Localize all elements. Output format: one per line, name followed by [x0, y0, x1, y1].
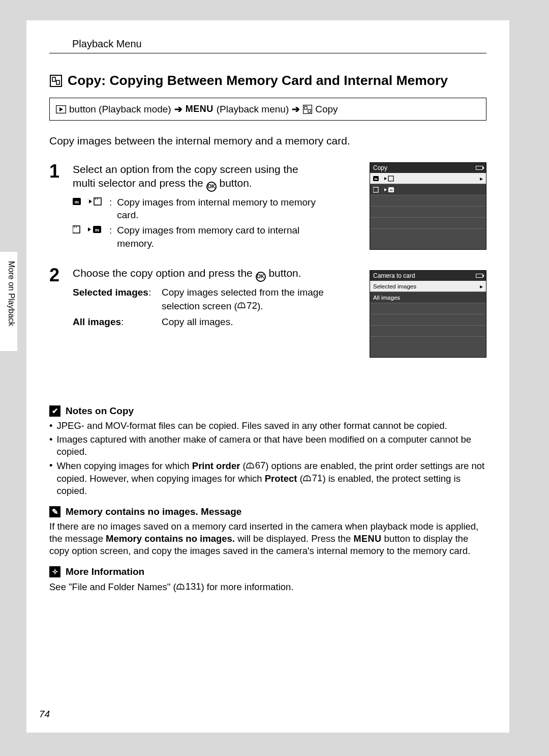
- screen2-row-1: Selected images▸: [370, 281, 486, 292]
- card-to-in-small-icon: IN: [373, 187, 395, 193]
- svg-rect-6: [304, 106, 307, 109]
- step1-opt1-desc: Copy images from internal memory to memo…: [117, 196, 320, 222]
- step-2: 2 Choose the copy option and press the O…: [49, 266, 486, 331]
- svg-rect-2: [56, 80, 59, 84]
- bc-part1: button (Playback mode): [69, 104, 171, 115]
- caution-icon: ✔: [49, 405, 60, 417]
- menu-label: MENU: [186, 104, 214, 114]
- step1-opt2-desc: Copy images from memory card to internal…: [117, 224, 320, 250]
- page-content: Playback Menu Copy: Copying Between Memo…: [26, 20, 509, 733]
- svg-text:IN: IN: [390, 189, 393, 192]
- page-header: Playback Menu: [49, 38, 486, 53]
- svg-marker-22: [380, 177, 387, 180]
- ok-button-icon: OK: [206, 182, 217, 192]
- lcd-screen-copy: Copy IN ▸ IN: [370, 162, 486, 250]
- screen2-row-2: All images: [370, 292, 486, 303]
- screen1-row-2: IN: [370, 184, 486, 195]
- svg-marker-10: [83, 199, 92, 203]
- svg-text:IN: IN: [95, 228, 99, 232]
- page-ref-67: 67: [246, 459, 266, 472]
- step1-lead-b: button.: [217, 177, 252, 189]
- bc-part2: (Playback menu): [217, 104, 289, 115]
- svg-rect-7: [308, 109, 311, 112]
- breadcrumb: button (Playback mode) ➔ MENU (Playback …: [49, 98, 486, 121]
- term-selected: Selected images: [73, 287, 148, 298]
- step-number: 1: [49, 162, 65, 252]
- notes-on-copy-heading: ✔ Notes on Copy: [49, 405, 486, 417]
- svg-text:IN: IN: [75, 200, 79, 205]
- step2-lead: Choose the copy option and press the OK …: [73, 266, 322, 282]
- step2-lead-b: button.: [266, 267, 301, 279]
- step-number: 2: [49, 266, 65, 331]
- internal-to-card-icon: IN: [73, 197, 102, 206]
- card-to-internal-icon: IN: [73, 225, 102, 234]
- svg-marker-4: [59, 107, 63, 111]
- arrow-icon: ➔: [292, 103, 300, 115]
- playback-icon: [56, 105, 66, 113]
- screen2-title: Camera to card: [373, 272, 415, 279]
- step1-lead-a: Select an option from the copy screen us…: [73, 163, 298, 189]
- lcd-screen-camera-to-card: Camera to card Selected images▸ All imag…: [370, 270, 486, 358]
- note-bullet-1: JPEG- and MOV-format files can be copied…: [49, 420, 486, 432]
- page-ref-131: 131: [176, 580, 201, 593]
- more-info-heading: ✧ More Information: [49, 566, 486, 577]
- copy-title-icon: [49, 74, 63, 88]
- page-ref-72: 72: [237, 299, 257, 312]
- screen1-title: Copy: [373, 164, 387, 171]
- section-tab-label: More on Playback: [7, 261, 16, 326]
- page-ref-71: 71: [303, 472, 323, 484]
- bc-part3: Copy: [315, 104, 338, 115]
- intro-text: Copy images between the internal memory …: [49, 135, 486, 147]
- svg-marker-25: [380, 188, 387, 191]
- desc-all: Copy all images.: [162, 315, 233, 329]
- step2-lead-a: Choose the copy option and press the: [73, 267, 256, 279]
- info-icon: ✧: [49, 566, 60, 577]
- svg-rect-1: [52, 77, 55, 81]
- arrow-icon: ➔: [174, 103, 182, 115]
- battery-icon: [476, 166, 483, 170]
- svg-marker-17: [82, 227, 91, 231]
- memory-message-heading: ✎ Memory contains no images. Message: [49, 506, 486, 517]
- step-1: 1 Select an option from the copy screen …: [49, 162, 486, 252]
- pencil-icon: ✎: [49, 506, 60, 517]
- desc-selected: Copy images selected from the image sele…: [162, 286, 355, 312]
- svg-rect-23: [388, 176, 393, 181]
- screen1-row-1: IN ▸: [370, 173, 486, 184]
- title-text: Copy: Copying Between Memory Card and In…: [68, 73, 448, 89]
- svg-text:IN: IN: [375, 178, 378, 181]
- memory-message-body: If there are no images saved on a memory…: [49, 520, 486, 557]
- step1-lead: Select an option from the copy screen us…: [73, 162, 322, 192]
- copy-icon: [303, 105, 312, 114]
- in-to-card-small-icon: IN: [373, 176, 395, 182]
- battery-icon: [476, 274, 483, 278]
- note-bullet-2: Images captured with another make of cam…: [49, 433, 486, 458]
- note-bullet-3: When copying images for which Print orde…: [49, 459, 486, 497]
- page-number: 74: [39, 709, 50, 720]
- term-all: All images: [73, 316, 121, 327]
- svg-rect-24: [373, 187, 378, 192]
- ok-button-icon: OK: [256, 272, 266, 282]
- more-info-body: See "File and Folder Names" ( 131) for m…: [49, 580, 486, 593]
- page-title: Copy: Copying Between Memory Card and In…: [49, 73, 509, 89]
